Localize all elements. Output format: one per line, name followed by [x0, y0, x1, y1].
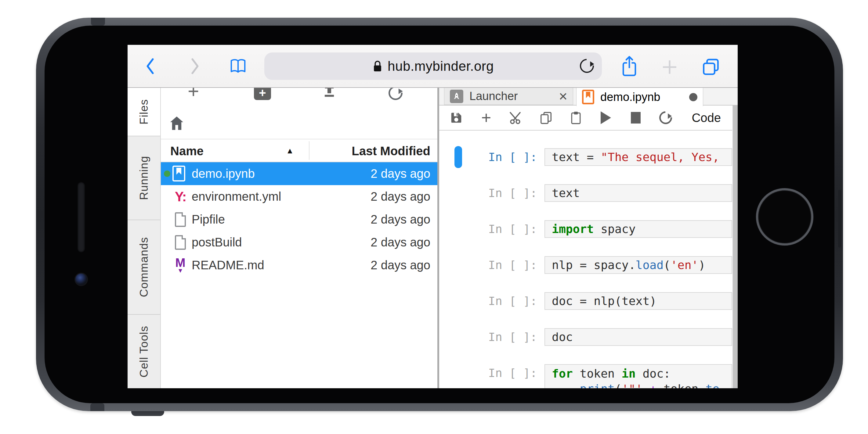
- file-modified: 2 days ago: [371, 235, 430, 249]
- new-launcher-icon[interactable]: +: [188, 88, 199, 100]
- earpiece-speaker: [78, 182, 85, 252]
- sidebar-tab-cell-tools[interactable]: Cell Tools: [128, 315, 160, 388]
- notebook-cell: In [ ]:doc = nlp(text): [439, 292, 732, 310]
- generic-file-icon: [173, 234, 188, 251]
- file-modified: 2 days ago: [371, 212, 430, 226]
- launcher-rocket-icon: [450, 90, 463, 103]
- sidebar-tab-commands[interactable]: Commands: [128, 220, 160, 315]
- sort-ascending-icon: ▲: [286, 146, 294, 156]
- lock-icon: [372, 59, 383, 73]
- notebook-cell: In [ ]:nlp = spacy.load('en'): [439, 256, 732, 274]
- home-breadcrumb-icon[interactable]: [170, 116, 184, 130]
- cell-prompt: In [ ]:: [439, 184, 537, 202]
- screen: hub.mybinder.org: [128, 45, 738, 388]
- notebook-toolbar: +: [439, 105, 738, 131]
- upload-icon[interactable]: [321, 88, 338, 100]
- notebook-cell: In [ ]:import spacy: [439, 220, 732, 238]
- cell-code-editor[interactable]: for token in doc: print('"' + token.te: [545, 364, 732, 388]
- file-list: demo.ipynb2 days agoY:environment.yml2 d…: [161, 162, 437, 277]
- notebook-scrollbar[interactable]: [732, 105, 738, 388]
- cell-prompt: In [ ]:: [439, 256, 537, 274]
- notebook-file-icon: [173, 166, 185, 181]
- notebook-cell: In [ ]:text: [439, 184, 732, 202]
- file-row[interactable]: Y:environment.yml2 days ago: [161, 185, 437, 208]
- paste-icon[interactable]: [568, 110, 583, 125]
- back-button[interactable]: [144, 57, 157, 76]
- share-button[interactable]: [620, 54, 639, 79]
- url-text: hub.mybinder.org: [388, 59, 494, 74]
- save-icon[interactable]: [449, 111, 464, 125]
- new-tab-button[interactable]: [660, 58, 679, 76]
- iphone-bezel: hub.mybinder.org: [44, 26, 834, 403]
- file-row[interactable]: Pipfile2 days ago: [161, 208, 437, 231]
- file-name: environment.yml: [192, 190, 281, 203]
- cell-prompt: In [ ]:: [439, 328, 537, 346]
- file-name: demo.ipynb: [192, 167, 255, 180]
- file-name: README.md: [192, 258, 264, 272]
- cell-type-dropdown[interactable]: Code: [691, 111, 721, 125]
- refresh-icon[interactable]: [389, 88, 403, 100]
- cell-code-editor[interactable]: doc: [545, 328, 732, 346]
- address-bar[interactable]: hub.mybinder.org: [264, 53, 602, 80]
- yaml-file-icon: Y:: [173, 189, 188, 205]
- restart-kernel-icon[interactable]: [658, 111, 673, 124]
- file-row[interactable]: M▼README.md2 days ago: [161, 254, 437, 277]
- file-modified: 2 days ago: [371, 167, 430, 180]
- home-button[interactable]: [756, 188, 813, 245]
- power-button[interactable]: [838, 190, 841, 248]
- kernel-running-dot: [164, 170, 170, 177]
- file-name: Pipfile: [192, 212, 225, 226]
- unsaved-changes-dot: [689, 93, 698, 101]
- notebook-orange-icon: [582, 90, 594, 104]
- tab-launcher[interactable]: Launcher ×: [444, 88, 573, 105]
- modified-column-header[interactable]: Last Modified: [351, 144, 430, 158]
- new-folder-icon[interactable]: +: [254, 88, 271, 100]
- cell-prompt: In [ ]:: [439, 148, 537, 166]
- cell-code-editor[interactable]: doc = nlp(text): [545, 292, 732, 310]
- jupyterlab-page: Files Running Commands Cell Tools: [128, 88, 738, 388]
- name-column-header[interactable]: Name: [170, 144, 204, 158]
- file-row[interactable]: demo.ipynb2 days ago: [161, 162, 437, 185]
- stop-icon[interactable]: [628, 112, 643, 124]
- antenna-band: [91, 18, 105, 26]
- jupyterlab-sidebar: Files Running Commands Cell Tools: [128, 88, 161, 388]
- close-tab-icon[interactable]: ×: [559, 90, 567, 102]
- tabs-button[interactable]: [701, 57, 721, 77]
- markdown-file-icon: M▼: [173, 257, 188, 273]
- cell-code-editor[interactable]: text = "The sequel, Yes,: [545, 148, 732, 166]
- file-name: postBuild: [192, 235, 242, 249]
- cell-code-editor[interactable]: text: [545, 184, 732, 202]
- notebook-cell: In [ ]:text = "The sequel, Yes,: [439, 148, 732, 166]
- sidebar-tab-running[interactable]: Running: [128, 136, 160, 220]
- tab-demo-ipynb[interactable]: demo.ipynb: [576, 88, 703, 106]
- reload-button[interactable]: [580, 59, 594, 74]
- cell-prompt: In [ ]:: [439, 292, 537, 310]
- file-modified: 2 days ago: [371, 258, 430, 272]
- iphone-frame: hub.mybinder.org: [36, 18, 843, 411]
- run-icon[interactable]: [598, 111, 613, 124]
- cell-prompt: In [ ]:: [439, 364, 537, 382]
- copy-icon[interactable]: [539, 111, 553, 125]
- generic-file-icon: [173, 211, 188, 228]
- sidebar-tab-files[interactable]: Files: [128, 88, 160, 136]
- document-tab-bar: Launcher × demo.ipynb: [439, 88, 738, 105]
- front-camera: [74, 273, 88, 286]
- safari-toolbar: hub.mybinder.org: [128, 45, 738, 88]
- column-divider: [309, 141, 309, 160]
- cut-icon[interactable]: [509, 110, 523, 125]
- file-modified: 2 days ago: [371, 190, 430, 203]
- notebook-cells: In [ ]:text = "The sequel, Yes,In [ ]:te…: [439, 131, 732, 388]
- forward-button[interactable]: [188, 57, 202, 76]
- file-list-header: Name ▲ Last Modified: [161, 139, 437, 162]
- notebook-cell: In [ ]:for token in doc: print('"' + tok…: [439, 364, 732, 382]
- antenna-band: [90, 403, 104, 411]
- notebook-cell: In [ ]:doc: [439, 328, 732, 346]
- cell-prompt: In [ ]:: [439, 220, 537, 238]
- insert-cell-icon[interactable]: +: [479, 110, 494, 125]
- iphone-landscape-photo: hub.mybinder.org: [0, 0, 868, 434]
- cell-code-editor[interactable]: nlp = spacy.load('en'): [545, 256, 732, 274]
- file-browser: + + Name ▲: [161, 88, 437, 388]
- bookmarks-button[interactable]: [228, 57, 248, 75]
- cell-code-editor[interactable]: import spacy: [545, 220, 732, 238]
- file-row[interactable]: postBuild2 days ago: [161, 231, 437, 254]
